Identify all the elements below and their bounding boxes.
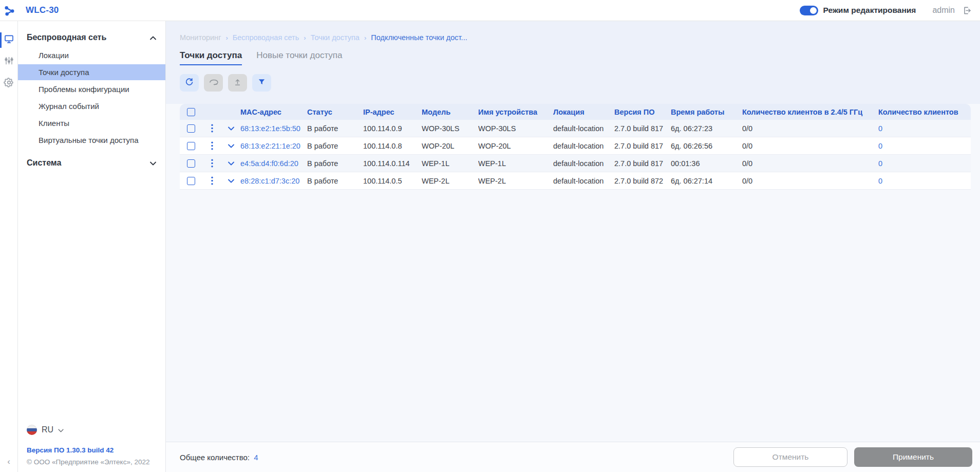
- row-clients-total-link[interactable]: 0: [878, 159, 971, 168]
- row-checkbox[interactable]: [187, 177, 195, 185]
- content: Мониторинг › Беспроводная сеть › Точки д…: [166, 21, 980, 472]
- row-clients-total-link[interactable]: 0: [878, 142, 971, 150]
- row-actions-kebab-icon[interactable]: [211, 141, 213, 150]
- row-mac-link[interactable]: e8:28:c1:d7:3c:20: [240, 177, 307, 185]
- tab-new-access-points[interactable]: Новые точки доступа: [256, 50, 342, 65]
- rail-item-monitoring[interactable]: [0, 29, 18, 51]
- row-uptime: 6д. 06:26:56: [671, 142, 742, 150]
- breadcrumb-separator: ›: [364, 34, 366, 42]
- column-header-uptime[interactable]: Время работы: [671, 108, 742, 116]
- row-status: В работе: [307, 159, 363, 168]
- row-device-name: WOP-20L: [478, 142, 553, 150]
- row-fw-version: 2.7.0 build 817: [614, 124, 671, 133]
- row-device-name: WEP-2L: [478, 177, 553, 185]
- row-checkbox[interactable]: [187, 142, 195, 150]
- chevron-up-icon: [150, 33, 156, 42]
- sidebar-item-event-log[interactable]: Журнал событий: [18, 98, 165, 114]
- sidebar-item-access-points[interactable]: Точки доступа: [18, 64, 165, 80]
- table-row: e4:5a:d4:f0:6d:20 В работе 100.114.0.114…: [180, 155, 971, 172]
- column-header-device-name[interactable]: Имя устройства: [478, 108, 553, 116]
- filter-button[interactable]: [252, 74, 271, 92]
- table-header: MAC-адрес Статус IP-адрес Модель Имя уст…: [180, 104, 971, 120]
- rail-item-configuration[interactable]: [0, 51, 18, 72]
- column-header-clients-bands[interactable]: Количество клиентов в 2.4/5 ГГц: [742, 108, 878, 116]
- sidebar-section-system[interactable]: Система: [18, 154, 165, 172]
- row-mac-link[interactable]: 68:13:e2:1e:5b:50: [240, 124, 307, 133]
- row-checkbox[interactable]: [187, 124, 195, 133]
- row-status: В работе: [307, 142, 363, 150]
- upload-firmware-button[interactable]: [228, 74, 247, 92]
- tab-access-points[interactable]: Точки доступа: [180, 50, 242, 65]
- refresh-icon: [184, 77, 194, 88]
- upload-icon: [233, 78, 242, 88]
- table-row: 68:13:e2:21:1e:20 В работе 100.114.0.8 W…: [180, 137, 971, 155]
- row-uptime: 6д. 06:27:14: [671, 177, 742, 185]
- breadcrumb: Мониторинг › Беспроводная сеть › Точки д…: [180, 33, 971, 42]
- section-label: Беспроводная сеть: [27, 33, 106, 42]
- row-clients-bands: 0/0: [742, 142, 878, 150]
- edit-mode-toggle[interactable]: [800, 6, 818, 15]
- column-header-ip[interactable]: IP-адрес: [363, 108, 422, 116]
- language-selector[interactable]: RU: [27, 425, 157, 435]
- row-status: В работе: [307, 124, 363, 133]
- table-row: 68:13:e2:1e:5b:50 В работе 100.114.0.9 W…: [180, 120, 971, 137]
- row-expand-chevron-icon[interactable]: [228, 179, 234, 183]
- logout-icon[interactable]: [961, 5, 972, 16]
- row-actions-kebab-icon[interactable]: [211, 159, 213, 168]
- row-expand-chevron-icon[interactable]: [228, 126, 234, 131]
- row-checkbox[interactable]: [187, 159, 195, 168]
- row-uptime: 00:01:36: [671, 159, 742, 168]
- apply-button[interactable]: Применить: [854, 447, 972, 467]
- row-fw-version: 2.7.0 build 872: [614, 177, 671, 185]
- column-header-fw-version[interactable]: Версия ПО: [614, 108, 671, 116]
- disconnect-access-point-button[interactable]: [204, 74, 223, 92]
- row-expand-chevron-icon[interactable]: [228, 144, 234, 148]
- row-mac-link[interactable]: e4:5a:d4:f0:6d:20: [240, 159, 307, 168]
- column-header-location[interactable]: Локация: [553, 108, 614, 116]
- row-actions-kebab-icon[interactable]: [211, 124, 213, 133]
- row-clients-total-link[interactable]: 0: [878, 177, 971, 185]
- row-clients-bands: 0/0: [742, 177, 878, 185]
- row-expand-chevron-icon[interactable]: [228, 161, 234, 166]
- row-model: WEP-2L: [422, 177, 478, 185]
- row-clients-total-link[interactable]: 0: [878, 124, 971, 133]
- sidebar-item-virtual-aps[interactable]: Виртуальные точки доступа: [18, 132, 165, 148]
- row-ip: 100.114.0.114: [363, 159, 422, 168]
- row-ip: 100.114.0.5: [363, 177, 422, 185]
- sidebar-item-clients[interactable]: Клиенты: [18, 115, 165, 131]
- sidebar-item-config-problems[interactable]: Проблемы конфигурации: [18, 81, 165, 97]
- row-location: default-location: [553, 142, 614, 150]
- access-points-table: MAC-адрес Статус IP-адрес Модель Имя уст…: [166, 104, 980, 190]
- breadcrumb-wireless-network[interactable]: Беспроводная сеть: [233, 33, 299, 42]
- table-body: 68:13:e2:1e:5b:50 В работе 100.114.0.9 W…: [180, 120, 971, 190]
- refresh-button[interactable]: [180, 74, 199, 92]
- brand-logo-icon: [0, 5, 18, 16]
- select-all-checkbox[interactable]: [187, 108, 195, 116]
- sidebar-item-locations[interactable]: Локации: [18, 47, 165, 63]
- copyright-text: © ООО «Предприятие «Элтекс», 2022: [27, 458, 157, 466]
- cancel-button[interactable]: Отменить: [733, 447, 847, 467]
- row-clients-bands: 0/0: [742, 159, 878, 168]
- firmware-version-link[interactable]: Версия ПО 1.30.3 build 42: [27, 446, 157, 454]
- total-count: Общее количество: 4: [180, 453, 258, 462]
- rail-item-settings[interactable]: [0, 72, 18, 95]
- monitor-icon: [4, 34, 14, 46]
- sidebar-collapse-chevron[interactable]: ‹: [7, 457, 10, 467]
- column-header-clients-total[interactable]: Количество клиентов: [878, 108, 971, 116]
- row-mac-link[interactable]: 68:13:e2:21:1e:20: [240, 142, 307, 150]
- row-ip: 100.114.0.9: [363, 124, 422, 133]
- sidebar-section-wireless[interactable]: Беспроводная сеть: [18, 28, 165, 47]
- row-uptime: 6д. 06:27:23: [671, 124, 742, 133]
- toolbar: [180, 74, 971, 92]
- column-header-status[interactable]: Статус: [307, 108, 363, 116]
- content-footer: Общее количество: 4 Отменить Применить: [166, 442, 980, 472]
- russian-flag-icon: [27, 425, 37, 435]
- column-header-mac[interactable]: MAC-адрес: [240, 108, 307, 116]
- topbar: WLC-30 Режим редактирования admin: [0, 0, 980, 21]
- column-header-model[interactable]: Модель: [422, 108, 478, 116]
- row-clients-bands: 0/0: [742, 124, 878, 133]
- breadcrumb-access-points[interactable]: Точки доступа: [311, 33, 360, 42]
- breadcrumb-separator: ›: [304, 34, 306, 42]
- row-actions-kebab-icon[interactable]: [211, 176, 213, 185]
- breadcrumb-connected-aps: Подключенные точки дост...: [371, 33, 467, 42]
